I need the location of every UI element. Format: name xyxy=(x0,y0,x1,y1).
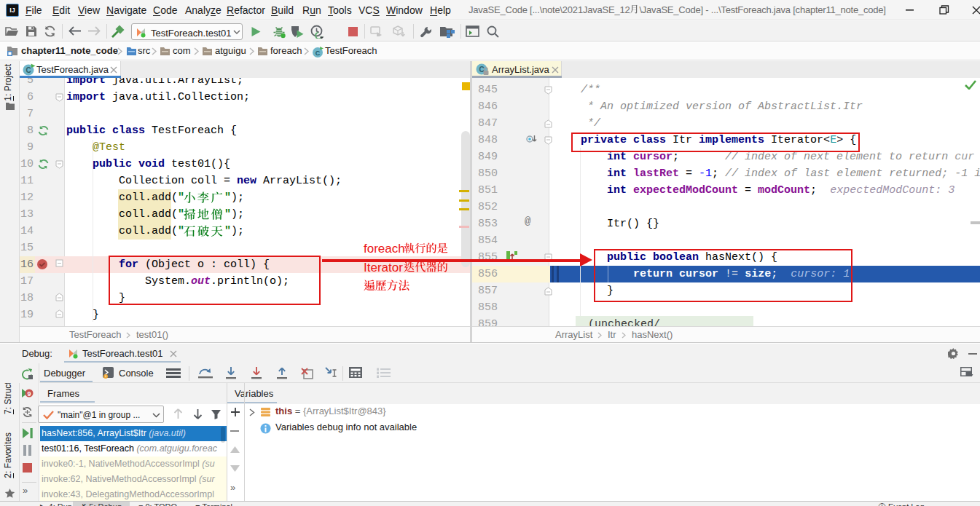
svg-text:9: 9 xyxy=(27,390,31,398)
svg-text:C: C xyxy=(26,66,31,74)
svg-text:C: C xyxy=(315,50,321,57)
